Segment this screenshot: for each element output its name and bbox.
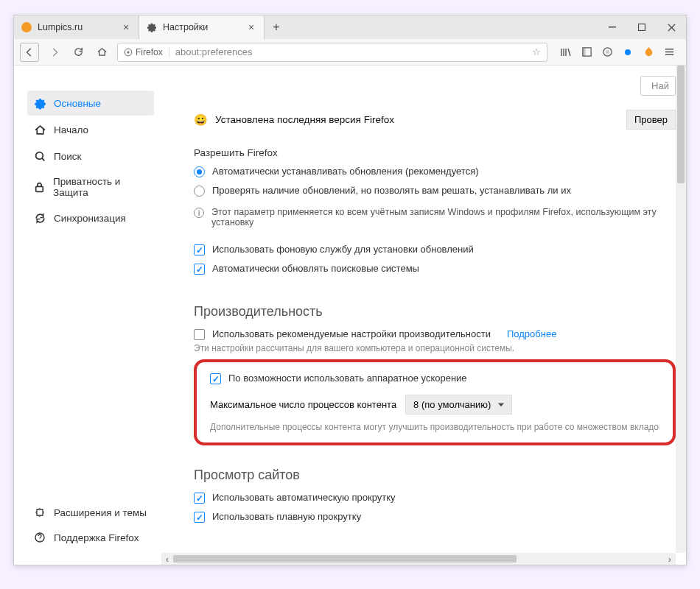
checkbox-label: Автоматически обновлять поисковые систем… — [212, 263, 419, 274]
close-icon[interactable]: × — [246, 22, 256, 32]
radio-icon — [194, 186, 205, 197]
status-text: Установлена последняя версия Firefox — [215, 114, 394, 125]
allow-firefox-label: Разрешить Firefox — [194, 147, 676, 158]
checkbox-label: Использовать плавную прокрутку — [212, 511, 361, 522]
svg-rect-5 — [582, 48, 585, 56]
help-icon — [33, 531, 46, 544]
radio-icon — [194, 166, 205, 177]
window-controls — [598, 15, 686, 39]
shield-icon[interactable] — [601, 46, 614, 59]
tab-settings[interactable]: Настройки × — [139, 15, 265, 39]
main-panel: Най 😀 Установлена последняя версия Firef… — [161, 66, 686, 565]
sidebar-icon[interactable] — [580, 46, 593, 59]
note-text: Этот параметр применяется ко всем учётны… — [211, 207, 676, 228]
toolbar-icons — [555, 46, 680, 59]
bookmark-star-icon[interactable]: ☆ — [532, 46, 541, 57]
checkbox-smooth-scroll[interactable]: Использовать плавную прокрутку — [194, 511, 676, 523]
radio-label: Проверять наличие обновлений, но позволя… — [212, 185, 571, 196]
sidebar-item-label: Поиск — [54, 151, 81, 162]
section-performance-title: Производительность — [194, 304, 676, 320]
maximize-button[interactable] — [627, 15, 657, 39]
library-icon[interactable] — [559, 46, 573, 59]
scroll-thumb[interactable] — [173, 555, 517, 562]
tab-label: Настройки — [163, 22, 240, 32]
new-tab-button[interactable]: + — [265, 15, 288, 39]
highlight-region: По возможности использовать аппаратное у… — [194, 359, 676, 445]
sidebar-item-extensions[interactable]: Расширения и темы — [27, 500, 154, 525]
identity-label: Firefox — [136, 47, 163, 57]
search-input[interactable]: Най — [640, 76, 676, 96]
minimize-button[interactable] — [598, 15, 627, 39]
checkbox-auto-search-engines[interactable]: Автоматически обновлять поисковые систем… — [194, 263, 676, 275]
lock-icon — [33, 180, 46, 194]
checkbox-icon — [194, 264, 205, 275]
sync-icon — [33, 211, 46, 225]
sidebar-item-label: Синхронизация — [54, 213, 126, 224]
section-browsing-title: Просмотр сайтов — [194, 468, 676, 483]
extension-icon[interactable] — [642, 46, 655, 59]
radio-check-updates[interactable]: Проверять наличие обновлений, но позволя… — [194, 185, 676, 197]
navbar: Firefox about:preferences ☆ — [14, 39, 686, 66]
sidebar-item-home[interactable]: Начало — [27, 117, 154, 142]
svg-rect-10 — [36, 186, 43, 191]
checkbox-icon — [210, 373, 221, 384]
url-bar[interactable]: Firefox about:preferences ☆ — [117, 43, 547, 62]
sidebar-item-label: Расширения и темы — [54, 507, 147, 518]
learn-more-link[interactable]: Подробнее — [507, 328, 556, 339]
tab-lumpics[interactable]: Lumpics.ru × — [14, 15, 139, 39]
svg-point-9 — [35, 152, 43, 159]
sidebar-item-privacy[interactable]: Приватность и Защита — [27, 170, 154, 204]
back-button[interactable] — [20, 43, 39, 62]
checkbox-hw-accel[interactable]: По возможности использовать аппаратное у… — [210, 373, 659, 384]
gear-icon — [147, 22, 157, 32]
radio-auto-install[interactable]: Автоматически устанавливать обновления (… — [194, 166, 676, 177]
max-processes-select[interactable]: 8 (по умолчанию) — [405, 395, 512, 415]
firefox-icon — [124, 48, 133, 57]
max-processes-label: Максимальное число процессов контента — [210, 399, 396, 410]
horizontal-scrollbar[interactable]: ‹ › — [161, 553, 676, 565]
sidebar-item-label: Начало — [54, 124, 88, 135]
tab-label: Lumpics.ru — [38, 22, 115, 32]
select-value: 8 (по умолчанию) — [413, 399, 491, 410]
svg-rect-0 — [609, 27, 616, 28]
checkbox-auto-scroll[interactable]: Использовать автоматическую прокрутку — [194, 492, 676, 504]
menu-icon[interactable] — [662, 46, 676, 59]
sidebar-item-label: Поддержка Firefox — [54, 532, 139, 543]
checkbox-label: По возможности использовать аппаратное у… — [228, 373, 467, 384]
home-button[interactable] — [94, 44, 110, 60]
gear-icon — [33, 96, 46, 110]
checkbox-icon — [194, 329, 205, 340]
perf-hint: Эти настройки рассчитаны для вашего комп… — [194, 343, 676, 353]
check-updates-button[interactable]: Провер — [626, 110, 676, 130]
identity-box[interactable]: Firefox — [124, 47, 169, 57]
checkbox-bg-service[interactable]: Использовать фоновую службу для установк… — [194, 244, 676, 255]
sidebar-item-search[interactable]: Поиск — [27, 144, 154, 169]
content-area: Основные Начало Поиск Приватность и Защи… — [14, 66, 686, 565]
smile-emoji-icon: 😀 — [194, 113, 208, 127]
processes-description: Дополнительные процессы контента могут у… — [210, 422, 659, 432]
forward-button[interactable] — [46, 44, 63, 60]
sidebar-item-support[interactable]: Поддержка Firefox — [27, 525, 154, 550]
dot-badge-icon[interactable] — [621, 46, 634, 59]
svg-point-7 — [606, 50, 609, 54]
browser-window: Lumpics.ru × Настройки × + Firefox about — [13, 15, 687, 565]
titlebar: Lumpics.ru × Настройки × + — [14, 15, 686, 39]
sidebar-item-label: Приватность и Защита — [53, 176, 148, 198]
checkbox-label: Использовать рекомендуемые настройки про… — [212, 328, 491, 339]
scroll-left-icon[interactable]: ‹ — [161, 553, 173, 565]
lumpics-favicon — [21, 22, 32, 32]
sidebar: Основные Начало Поиск Приватность и Защи… — [14, 66, 161, 565]
checkbox-recommended-perf[interactable]: Использовать рекомендуемые настройки про… — [194, 328, 676, 340]
svg-point-8 — [625, 49, 631, 55]
reload-button[interactable] — [70, 44, 86, 60]
checkbox-label: Использовать автоматическую прокрутку — [212, 492, 396, 503]
close-window-button[interactable] — [657, 15, 686, 39]
close-icon[interactable]: × — [121, 22, 131, 32]
scroll-thumb[interactable] — [677, 66, 685, 183]
scroll-right-icon[interactable]: › — [664, 553, 676, 565]
checkbox-icon — [194, 512, 205, 523]
url-text: about:preferences — [175, 46, 526, 57]
sidebar-item-general[interactable]: Основные — [27, 91, 154, 116]
vertical-scrollbar[interactable] — [676, 66, 686, 553]
sidebar-item-sync[interactable]: Синхронизация — [27, 205, 154, 230]
